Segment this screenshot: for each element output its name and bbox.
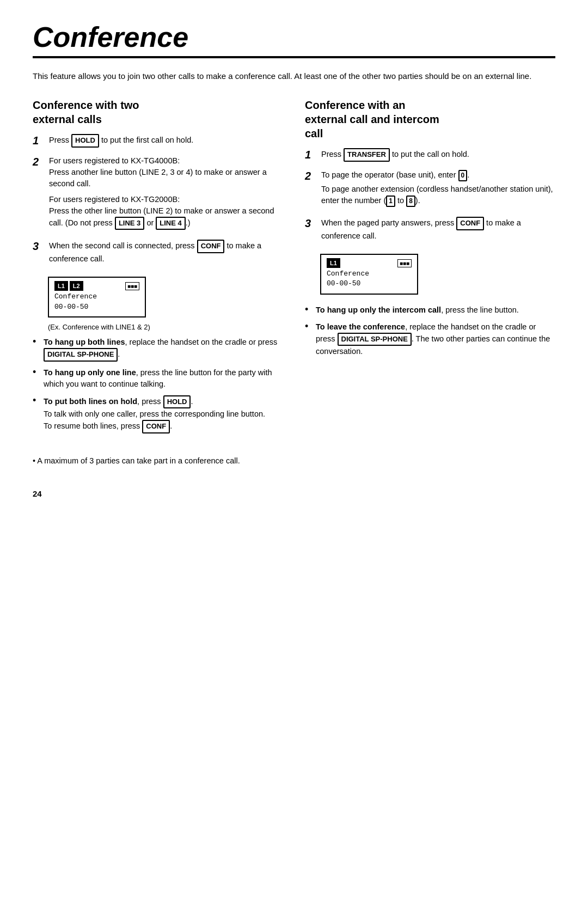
bold-hold-both: To put both lines on hold — [44, 397, 137, 406]
display-icon: ■■■ — [125, 282, 139, 290]
left-step-3: 3 When the second call is connected, pre… — [33, 240, 283, 265]
right-display-text: Conference 00-00-50 — [327, 269, 412, 289]
step-2-content: For users registered to KX-TG4000B: Pres… — [49, 155, 283, 233]
hold-sub-text: To talk with only one caller, press the … — [44, 410, 265, 430]
right-bullet-text-1: To hang up only the intercom call, press… — [316, 304, 555, 316]
left-steps-list: 1 Press HOLD to put the first call on ho… — [33, 134, 283, 265]
hold-key-1: HOLD — [71, 134, 99, 148]
line2-indicator: L2 — [70, 281, 83, 291]
page-title: Conference — [33, 22, 555, 53]
left-display-line2: 00-00-50 — [54, 303, 88, 311]
bold-leave-conf: To leave the conference — [316, 322, 405, 331]
right-display-box: L1 ■■■ Conference 00-00-50 — [320, 254, 418, 294]
transfer-key: TRANSFER — [344, 148, 390, 162]
left-display-caption: (Ex. Conference with LINE1 & 2) — [48, 323, 283, 331]
right-line-indicators: L1 — [327, 258, 340, 268]
page-number: 24 — [33, 489, 555, 498]
one-key: 1 — [386, 196, 395, 207]
right-bullet-leave: • To leave the conference, replace the h… — [305, 321, 555, 358]
right-bullets: • To hang up only the intercom call, pre… — [305, 304, 555, 358]
step-3-content: When the second call is connected, press… — [49, 240, 283, 265]
bullet-hang-one: • To hang up only one line, press the li… — [33, 367, 283, 390]
right-bullet-dot-1: • — [305, 304, 314, 315]
right-step-1-content: Press TRANSFER to put the call on hold. — [321, 148, 555, 162]
bold-hang-one: To hang up only one line — [44, 368, 136, 377]
left-section-heading: Conference with twoexternal calls — [33, 98, 283, 126]
left-step-1: 1 Press HOLD to put the first call on ho… — [33, 134, 283, 148]
bold-hang-intercom: To hang up only the intercom call — [316, 306, 441, 314]
right-steps-list: 1 Press TRANSFER to put the call on hold… — [305, 148, 555, 242]
right-step-1: 1 Press TRANSFER to put the call on hold… — [305, 148, 555, 162]
digital-sp-phone-key-1: DIGITAL SP-PHONE — [44, 348, 118, 362]
step-num-3: 3 — [33, 240, 46, 253]
title-divider — [33, 56, 555, 58]
bottom-note-text: A maximum of 3 parties can take part in … — [37, 456, 240, 465]
bullet-text-3: To put both lines on hold, press HOLD. T… — [44, 395, 283, 434]
left-bullets: • To hang up both lines, replace the han… — [33, 337, 283, 434]
line1-indicator: L1 — [54, 281, 68, 291]
zero-key: 0 — [458, 170, 468, 181]
bullet-hold-both: • To put both lines on hold, press HOLD.… — [33, 395, 283, 434]
right-display-line1: Conference — [327, 270, 369, 278]
right-display-line2: 00-00-50 — [327, 279, 360, 288]
left-display-text: Conference 00-00-50 — [54, 292, 139, 311]
right-step-num-2: 2 — [305, 169, 318, 182]
right-display-icon: ■■■ — [397, 259, 412, 267]
left-step-2: 2 For users registered to KX-TG4000B: Pr… — [33, 155, 283, 233]
bullet-text-1: To hang up both lines, replace the hands… — [44, 337, 283, 362]
line4-key: LINE 4 — [156, 217, 185, 230]
bullet-dot-1: • — [33, 337, 41, 347]
right-step-3: 3 When the paged party answers, press CO… — [305, 217, 555, 242]
bullet-dot-2: • — [33, 367, 41, 378]
right-step-num-1: 1 — [305, 148, 318, 161]
right-step-2-content: To page the operator (base unit), enter … — [321, 169, 555, 210]
left-line-indicators: L1 L2 — [54, 281, 83, 291]
line3-key: LINE 3 — [115, 217, 144, 230]
bottom-note: • A maximum of 3 parties can take part i… — [33, 455, 555, 467]
intro-text: This feature allows you to join two othe… — [33, 70, 555, 83]
step-num-1: 1 — [33, 134, 46, 147]
right-bullet-dot-2: • — [305, 321, 314, 332]
hold-key-2: HOLD — [163, 395, 191, 409]
left-display-line1: Conference — [54, 292, 97, 301]
right-line1-indicator: L1 — [327, 258, 340, 268]
bullet-text-2: To hang up only one line, press the line… — [44, 367, 283, 390]
main-content: Conference with twoexternal calls 1 Pres… — [33, 98, 555, 439]
conf-key-1: CONF — [197, 240, 225, 253]
bullet-hang-both: • To hang up both lines, replace the han… — [33, 337, 283, 362]
digital-sp-phone-key-2: DIGITAL SP-PHONE — [338, 333, 412, 346]
conf-key-resume: CONF — [142, 420, 170, 433]
left-display-header: L1 L2 ■■■ — [54, 281, 139, 291]
left-display-area: L1 L2 ■■■ Conference 00-00-50 (Ex. Confe… — [48, 272, 283, 331]
bold-hang-both: To hang up both lines — [44, 338, 125, 346]
conf-key-right: CONF — [456, 217, 484, 230]
bullet-dot-3: • — [33, 395, 41, 406]
right-display-header: L1 ■■■ — [327, 258, 412, 268]
right-display-area: L1 ■■■ Conference 00-00-50 — [320, 249, 555, 298]
right-step-2: 2 To page the operator (base unit), ente… — [305, 169, 555, 210]
right-section-heading: Conference with anexternal call and inte… — [305, 98, 555, 141]
step-num-2: 2 — [33, 155, 46, 168]
left-display-box: L1 L2 ■■■ Conference 00-00-50 — [48, 277, 146, 317]
right-step-3-content: When the paged party answers, press CONF… — [321, 217, 555, 242]
right-column: Conference with anexternal call and inte… — [305, 98, 555, 363]
left-column: Conference with twoexternal calls 1 Pres… — [33, 98, 283, 439]
eight-key: 8 — [406, 196, 415, 207]
right-bullet-intercom: • To hang up only the intercom call, pre… — [305, 304, 555, 316]
step-1-content: Press HOLD to put the first call on hold… — [49, 134, 283, 148]
right-step-num-3: 3 — [305, 217, 318, 230]
right-bullet-text-2: To leave the conference, replace the han… — [316, 321, 555, 358]
